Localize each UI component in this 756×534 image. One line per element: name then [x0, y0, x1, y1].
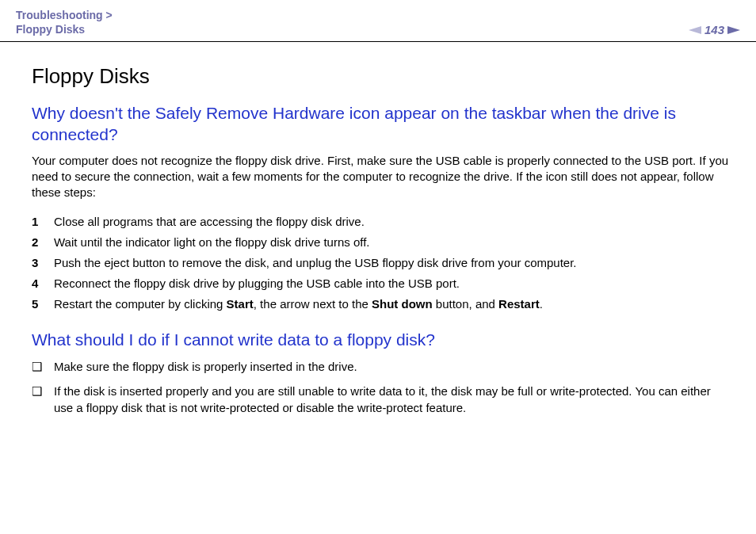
step-item: Restart the computer by clicking Start, …	[32, 295, 732, 314]
bullet-item: If the disk is inserted properly and you…	[32, 383, 732, 416]
step-item: Close all programs that are accessing th…	[32, 212, 732, 231]
section1-heading: Why doesn't the Safely Remove Hardware i…	[32, 103, 732, 145]
page-header: Troubleshooting > Floppy Disks 143	[0, 0, 756, 42]
page-number: 143	[704, 23, 724, 36]
step-item: Reconnect the floppy disk drive by plugg…	[32, 274, 732, 293]
next-page-icon[interactable]	[727, 26, 740, 34]
section2-bullets: Make sure the floppy disk is properly in…	[32, 358, 732, 416]
svg-marker-0	[689, 26, 701, 34]
breadcrumb-line2: Floppy Disks	[16, 23, 85, 36]
step-item: Wait until the indicator light on the fl…	[32, 233, 732, 252]
page-nav: 143	[689, 23, 740, 36]
svg-marker-1	[727, 26, 740, 34]
section1-intro: Your computer does not recognize the flo…	[32, 153, 732, 201]
page-content: Floppy Disks Why doesn't the Safely Remo…	[0, 42, 756, 448]
section1-steps: Close all programs that are accessing th…	[32, 212, 732, 314]
bullet-item: Make sure the floppy disk is properly in…	[32, 358, 732, 375]
page-title: Floppy Disks	[32, 64, 732, 89]
section2-heading: What should I do if I cannot write data …	[32, 330, 732, 350]
prev-page-icon[interactable]	[689, 26, 701, 34]
breadcrumb: Troubleshooting > Floppy Disks	[16, 8, 113, 36]
breadcrumb-line1: Troubleshooting >	[16, 9, 113, 21]
step-item: Push the eject button to remove the disk…	[32, 254, 732, 273]
